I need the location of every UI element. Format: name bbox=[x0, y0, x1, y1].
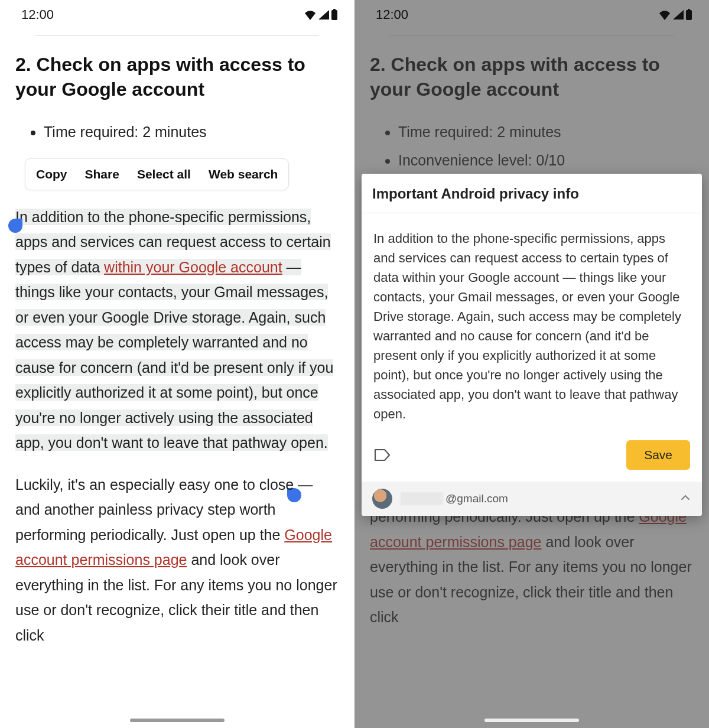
bullet-time: Time required: 2 minutes bbox=[44, 118, 339, 147]
signal-icon bbox=[672, 9, 684, 20]
save-button[interactable]: Save bbox=[626, 440, 690, 470]
wifi-icon bbox=[304, 9, 317, 20]
email-username-redacted bbox=[401, 492, 443, 505]
status-bar: 12:00 bbox=[0, 0, 354, 27]
nav-handle[interactable] bbox=[130, 719, 225, 722]
menu-copy[interactable]: Copy bbox=[36, 167, 67, 181]
svg-rect-3 bbox=[688, 9, 690, 11]
link-google-account[interactable]: within your Google account bbox=[104, 259, 282, 275]
svg-rect-1 bbox=[333, 9, 336, 11]
keep-note-sheet: Important Android privacy info In additi… bbox=[362, 174, 702, 516]
paragraph-next: Luckily, it's an especially easy one to … bbox=[15, 472, 339, 648]
nav-handle[interactable] bbox=[484, 719, 579, 722]
email-domain: @gmail.com bbox=[445, 492, 508, 505]
wifi-icon bbox=[658, 9, 671, 20]
sheet-title[interactable]: Important Android privacy info bbox=[362, 174, 702, 213]
sheet-body[interactable]: In addition to the phone-specific permis… bbox=[362, 213, 702, 436]
label-icon[interactable] bbox=[373, 448, 391, 462]
status-icons bbox=[304, 9, 338, 21]
article-content: 2. Check on apps with access to your Goo… bbox=[0, 36, 354, 648]
menu-share[interactable]: Share bbox=[85, 167, 119, 181]
menu-web-search[interactable]: Web search bbox=[209, 167, 278, 181]
sheet-footer[interactable]: @gmail.com bbox=[362, 482, 702, 516]
sheet-actions: Save bbox=[362, 436, 702, 482]
battery-icon bbox=[331, 9, 338, 21]
text-selection-menu: Copy Share Select all Web search bbox=[25, 158, 289, 190]
battery-icon bbox=[685, 9, 692, 21]
menu-select-all[interactable]: Select all bbox=[137, 167, 191, 181]
chevron-up-icon[interactable] bbox=[679, 492, 691, 506]
screen-keep-sheet: 12:00 2. Check on apps with access to yo… bbox=[354, 0, 709, 728]
status-bar: 12:00 bbox=[354, 0, 709, 27]
account-email: @gmail.com bbox=[401, 492, 671, 505]
bullet-list: Time required: 2 minutes bbox=[15, 118, 339, 147]
svg-rect-0 bbox=[331, 10, 337, 20]
status-icons bbox=[658, 9, 692, 21]
status-time: 12:00 bbox=[21, 7, 54, 22]
signal-icon bbox=[318, 9, 330, 20]
avatar bbox=[372, 489, 392, 509]
paragraph-selected[interactable]: In addition to the phone-specific permis… bbox=[15, 204, 339, 456]
svg-rect-2 bbox=[686, 10, 692, 20]
article-heading: 2. Check on apps with access to your Goo… bbox=[15, 53, 339, 102]
status-time: 12:00 bbox=[376, 7, 408, 22]
selection-start-handle[interactable] bbox=[8, 219, 22, 233]
screen-text-selection: 12:00 2. Check on apps with access to yo… bbox=[0, 0, 354, 728]
selected-text: In addition to the phone-specific permis… bbox=[15, 209, 333, 451]
